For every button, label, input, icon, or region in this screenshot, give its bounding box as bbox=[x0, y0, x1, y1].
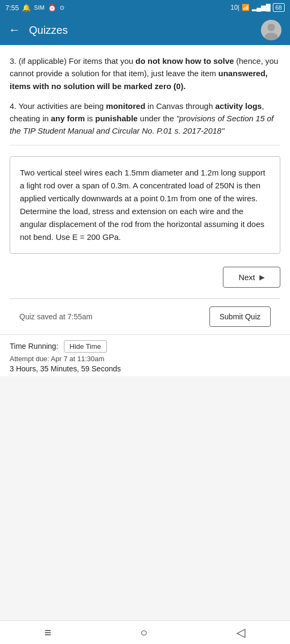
bottom-bar: Quiz saved at 7:55am Submit Quiz bbox=[10, 298, 280, 334]
timer-label: Time Running: bbox=[10, 342, 59, 350]
timer-row: Time Running: Hide Time bbox=[10, 340, 280, 353]
divider bbox=[10, 145, 280, 145]
back-button[interactable]: ← bbox=[9, 23, 20, 37]
status-sim-icon: SIM bbox=[34, 4, 45, 11]
avatar[interactable] bbox=[261, 20, 281, 40]
saved-text: Quiz saved at 7:55am bbox=[19, 312, 92, 321]
time-remaining: 3 Hours, 35 Minutes, 59 Seconds bbox=[10, 364, 280, 373]
next-label: Next bbox=[238, 273, 255, 282]
menu-icon[interactable]: ≡ bbox=[45, 626, 52, 640]
home-icon[interactable]: ○ bbox=[140, 626, 147, 640]
status-wifi-icon: 📶 bbox=[242, 4, 250, 11]
app-bar: ← Quizzes bbox=[0, 15, 290, 45]
next-arrow-icon: ▶ bbox=[259, 273, 265, 281]
svg-point-1 bbox=[267, 24, 275, 31]
hide-time-button[interactable]: Hide Time bbox=[64, 340, 107, 353]
next-row: Next ▶ bbox=[10, 267, 280, 298]
status-alarm-icon: ⏰ bbox=[48, 4, 56, 12]
question-text: Two vertical steel wires each 1.5mm diam… bbox=[20, 166, 270, 244]
attempt-due: Attempt due: Apr 7 at 11:30am bbox=[10, 355, 280, 363]
timer-bar: Time Running: Hide Time Attempt due: Apr… bbox=[0, 334, 290, 376]
next-button[interactable]: Next ▶ bbox=[223, 267, 280, 288]
status-notification-icon: 🔔 bbox=[22, 4, 31, 12]
status-circle-icon: ⊙ bbox=[60, 4, 64, 11]
status-signal-icon: 10| bbox=[230, 4, 239, 11]
status-left: 7:55 🔔 SIM ⏰ ⊙ bbox=[5, 4, 64, 12]
status-bar: 7:55 🔔 SIM ⏰ ⊙ 10| 📶 ▂▄▆█ 68 bbox=[0, 0, 290, 15]
status-right: 10| 📶 ▂▄▆█ 68 bbox=[230, 3, 285, 12]
bottom-nav: ≡ ○ ◁ bbox=[0, 620, 290, 644]
status-battery-icon: 68 bbox=[273, 3, 285, 12]
status-time: 7:55 bbox=[5, 4, 19, 12]
question-card: Two vertical steel wires each 1.5mm diam… bbox=[10, 156, 280, 254]
back-nav-icon[interactable]: ◁ bbox=[236, 626, 245, 640]
status-network-bars: ▂▄▆█ bbox=[252, 4, 271, 11]
instruction-4: 4. Your activities are being monitored i… bbox=[10, 100, 280, 137]
main-content: 3. (if applicable) For items that you do… bbox=[0, 45, 290, 334]
submit-quiz-button[interactable]: Submit Quiz bbox=[209, 306, 271, 327]
page-title: Quizzes bbox=[29, 24, 68, 36]
instruction-3: 3. (if applicable) For items that you do… bbox=[10, 55, 280, 92]
